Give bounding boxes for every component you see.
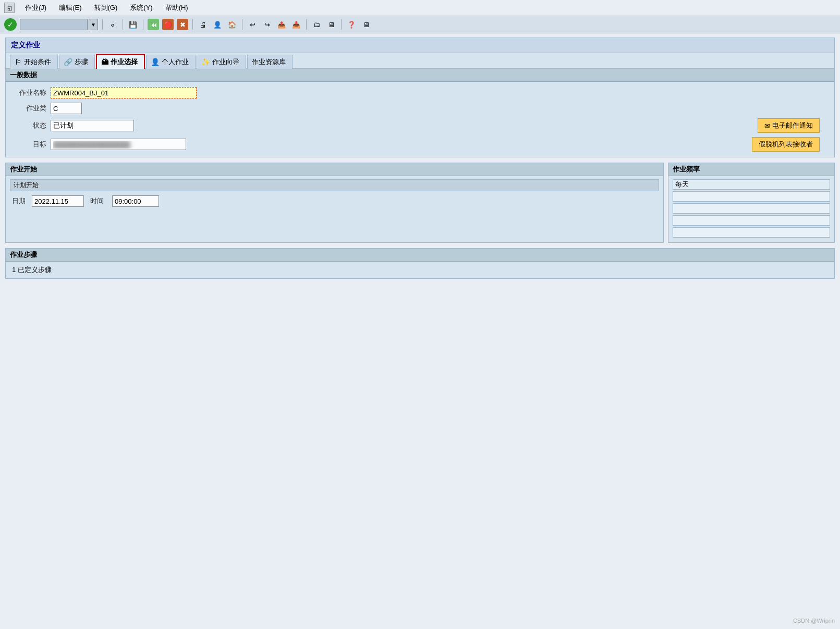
status-label: 状态 [10, 121, 46, 130]
sep1 [102, 19, 103, 30]
print-btn[interactable]: 🖨 [197, 19, 209, 30]
tab-personal-job-label: 个人作业 [162, 57, 189, 67]
tab-start-condition[interactable]: 🏳 开始条件 [10, 55, 58, 69]
job-name-row: 作业名称 [10, 85, 830, 101]
menu-bar: ◱ 作业(J) 编辑(E) 转到(G) 系统(Y) 帮助(H) [0, 0, 840, 16]
check-button[interactable]: ✓ [4, 18, 17, 31]
sep2 [123, 19, 123, 30]
tab-job-wizard-label: 作业向导 [212, 57, 239, 67]
step-number: 1 [12, 266, 16, 274]
job-steps-panel: 作业步骤 1 已定义步骤 [5, 248, 835, 279]
step-label: 已定义步骤 [18, 266, 52, 274]
freq-item-1[interactable] [673, 191, 830, 202]
sep3 [143, 19, 143, 30]
home-btn[interactable]: 🏠 [226, 19, 238, 30]
job-class-label: 作业类 [10, 104, 46, 113]
job-class-input[interactable] [51, 103, 82, 114]
job-start-frequency-row: 作业开始 计划开始 日期 时间 作业频率 每天 [5, 163, 835, 243]
table-row: 1 已定义步骤 [10, 264, 830, 276]
status-row: 状态 ✉ 电子邮件通知 [10, 116, 830, 135]
tab-steps-label: 步骤 [75, 57, 88, 67]
job-start-col: 作业开始 计划开始 日期 时间 [5, 163, 664, 243]
command-input[interactable] [20, 19, 88, 30]
job-class-row: 作业类 [10, 101, 830, 116]
job-selection-icon: 🏔 [101, 58, 108, 66]
job-name-label: 作业名称 [10, 88, 46, 97]
user-btn[interactable]: 👤 [212, 19, 223, 30]
tab-job-library[interactable]: 作业资源库 [247, 55, 293, 69]
freq-item-2[interactable] [673, 203, 830, 214]
stop-btn[interactable]: 🔴 [162, 19, 174, 30]
job-start-panel: 作业开始 计划开始 日期 时间 [5, 163, 664, 243]
tab-steps[interactable]: 🔗 步骤 [59, 55, 95, 69]
job-start-title: 作业开始 [6, 163, 663, 176]
panel-title: 定义作业 [6, 38, 834, 53]
menu-job[interactable]: 作业(J) [23, 2, 48, 14]
sep6 [306, 19, 307, 30]
job-wizard-icon: ✨ [201, 58, 210, 66]
email-icon: ✉ [764, 122, 770, 130]
job-start-body: 计划开始 日期 时间 [6, 176, 663, 212]
nav-prev-btn[interactable]: « [107, 19, 118, 30]
monitor-btn[interactable]: 🖥 [360, 19, 372, 30]
download-btn[interactable]: 📥 [290, 19, 302, 30]
toolbar: ✓ ▼ « 💾 ⏮ 🔴 ✖ 🖨 👤 🏠 ↩ ↪ 📤 📥 🗂 🖥 ❓ 🖥 [0, 16, 840, 33]
upload-btn[interactable]: 📤 [276, 19, 287, 30]
menu-system[interactable]: 系统(Y) [128, 2, 154, 14]
sep4 [192, 19, 193, 30]
general-data-form: 作业名称 作业类 状态 ✉ 电子邮件通知 [6, 82, 834, 157]
main-content: 定义作业 🏳 开始条件 🔗 步骤 🏔 作业选择 👤 个人作业 ✨ 作业向导 [0, 33, 840, 283]
date-label: 日期 [10, 196, 26, 206]
steps-icon: 🔗 [64, 58, 72, 66]
date-input[interactable] [32, 195, 84, 207]
job-name-input[interactable] [51, 87, 197, 98]
personal-job-icon: 👤 [151, 58, 160, 66]
time-label: 时间 [90, 196, 106, 206]
redo-btn[interactable]: ↪ [261, 19, 273, 30]
date-time-row: 日期 时间 [10, 193, 659, 209]
command-dropdown[interactable]: ▼ [89, 19, 98, 30]
job-frequency-panel: 作业频率 每天 [668, 163, 835, 243]
tab-bar: 🏳 开始条件 🔗 步骤 🏔 作业选择 👤 个人作业 ✨ 作业向导 作业资源库 [6, 53, 834, 69]
sep5 [242, 19, 242, 30]
tab-personal-job[interactable]: 👤 个人作业 [146, 55, 196, 69]
tab-job-library-label: 作业资源库 [252, 57, 286, 67]
email-notification-button[interactable]: ✉ 电子邮件通知 [758, 118, 820, 133]
time-input[interactable] [112, 195, 159, 207]
define-job-panel: 定义作业 🏳 开始条件 🔗 步骤 🏔 作业选择 👤 个人作业 ✨ 作业向导 [5, 38, 835, 157]
job-steps-body: 1 已定义步骤 [6, 262, 834, 278]
menu-goto[interactable]: 转到(G) [92, 2, 120, 14]
save-btn[interactable]: 💾 [127, 19, 139, 30]
layout-btn1[interactable]: 🗂 [311, 19, 322, 30]
undo-btn[interactable]: ↩ [247, 19, 258, 30]
app-icon[interactable]: ◱ [4, 3, 15, 13]
tab-job-selection-label: 作业选择 [111, 57, 138, 67]
job-frequency-col: 作业频率 每天 [668, 163, 835, 243]
back-btn[interactable]: ⏮ [148, 19, 159, 30]
tab-job-wizard[interactable]: ✨ 作业向导 [197, 55, 246, 69]
freq-item-3[interactable] [673, 215, 830, 226]
start-condition-icon: 🏳 [15, 58, 22, 66]
help-btn[interactable]: ❓ [346, 19, 357, 30]
target-input[interactable] [51, 139, 186, 150]
freq-item-4[interactable] [673, 227, 830, 238]
general-data-header: 一般数据 [6, 69, 834, 82]
job-frequency-body: 每天 [668, 176, 834, 242]
job-frequency-title: 作业频率 [668, 163, 834, 176]
target-label: 目标 [10, 140, 46, 149]
planned-start-header: 计划开始 [10, 179, 659, 191]
sep7 [341, 19, 342, 30]
status-input[interactable] [51, 120, 134, 131]
command-input-wrap: ▼ [20, 19, 98, 30]
target-row: 目标 假脱机列表接收者 [10, 135, 830, 154]
menu-help[interactable]: 帮助(H) [163, 2, 190, 14]
job-steps-title: 作业步骤 [6, 249, 834, 262]
offline-list-button[interactable]: 假脱机列表接收者 [752, 137, 820, 152]
tab-start-condition-label: 开始条件 [24, 57, 51, 67]
freq-item-0[interactable]: 每天 [673, 179, 830, 190]
tab-job-selection[interactable]: 🏔 作业选择 [96, 54, 145, 69]
layout-btn2[interactable]: 🖥 [325, 19, 337, 30]
cancel-btn[interactable]: ✖ [177, 19, 188, 30]
menu-edit[interactable]: 编辑(E) [57, 2, 83, 14]
